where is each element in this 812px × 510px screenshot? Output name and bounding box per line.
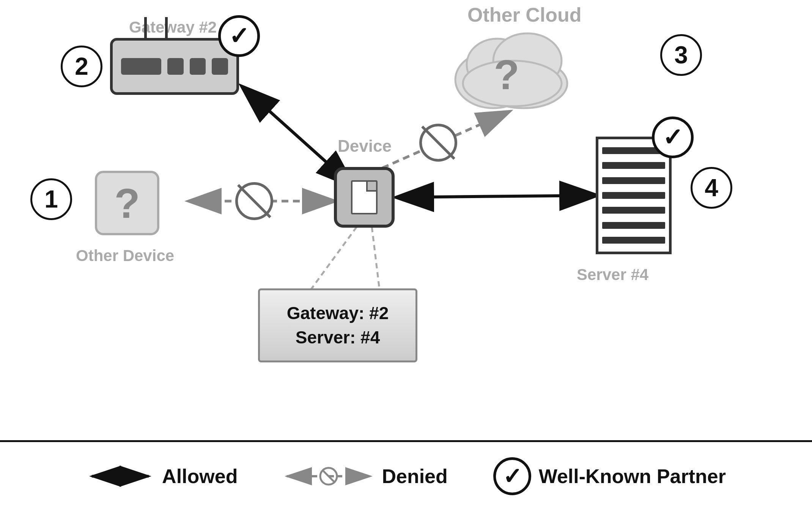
no-sign-cloud: [419, 124, 457, 162]
other-cloud: ?: [448, 19, 577, 112]
no-sign-device: [235, 182, 273, 220]
gateway2-label: Gateway #2: [129, 18, 217, 36]
server-line-6: [602, 222, 665, 229]
other-device-question: ?: [114, 179, 140, 227]
diagram-area: Gateway #2 ✓ 2 ? Other Cloud: [0, 0, 812, 440]
svg-line-14: [311, 227, 357, 289]
svg-line-11: [398, 195, 596, 197]
antenna-right: [165, 17, 168, 38]
other-device-label: Other Device: [76, 247, 174, 265]
server4-check-circle: ✓: [652, 116, 694, 158]
other-cloud-label: Other Cloud: [467, 3, 581, 26]
central-device: [334, 167, 395, 228]
antenna-left: [144, 17, 147, 38]
svg-line-15: [372, 227, 379, 289]
router-bar-long: [121, 58, 161, 75]
svg-text:?: ?: [494, 51, 519, 98]
legend-area: Allowed Denied ✓ Well-Known Partner: [0, 440, 812, 510]
legend-allowed-arrow: [86, 465, 154, 488]
legend-denied-arrow: [283, 465, 374, 488]
router-body: [110, 38, 239, 95]
router-bar-sm3: [212, 58, 228, 75]
legend-allowed: Allowed: [86, 465, 238, 488]
legend-denied-label: Denied: [382, 465, 447, 488]
server-line-5: [602, 207, 665, 214]
tooltip-line2: Server: #4: [274, 325, 402, 349]
server-line-2: [602, 162, 665, 169]
server4: ✓: [596, 137, 672, 254]
number-circle-4: 4: [691, 167, 732, 209]
tooltip-line1: Gateway: #2: [274, 301, 402, 325]
other-device-box: ?: [95, 171, 159, 235]
legend-wellknown-label: Well-Known Partner: [539, 465, 726, 488]
number-circle-2: 2: [61, 46, 102, 87]
server4-label: Server #4: [577, 266, 648, 284]
tooltip-box: Gateway: #2 Server: #4: [258, 288, 417, 362]
router-bar-sm2: [190, 58, 206, 75]
legend-allowed-label: Allowed: [162, 465, 238, 488]
device-label: Device: [338, 137, 392, 156]
doc-icon: [351, 180, 378, 214]
number-circle-1: 1: [30, 178, 72, 220]
router-bar-sm1: [167, 58, 184, 75]
legend-denied: Denied: [283, 465, 447, 488]
legend-check-circle: ✓: [493, 457, 531, 495]
server-line-7: [602, 237, 665, 244]
number-circle-3: 3: [660, 34, 702, 76]
gateway2-router: ✓: [110, 38, 239, 95]
server-line-4: [602, 192, 665, 199]
cloud-svg: ?: [448, 19, 577, 110]
gateway2-check-circle: ✓: [218, 15, 260, 57]
server-line-3: [602, 177, 665, 184]
legend-wellknown: ✓ Well-Known Partner: [493, 457, 726, 495]
